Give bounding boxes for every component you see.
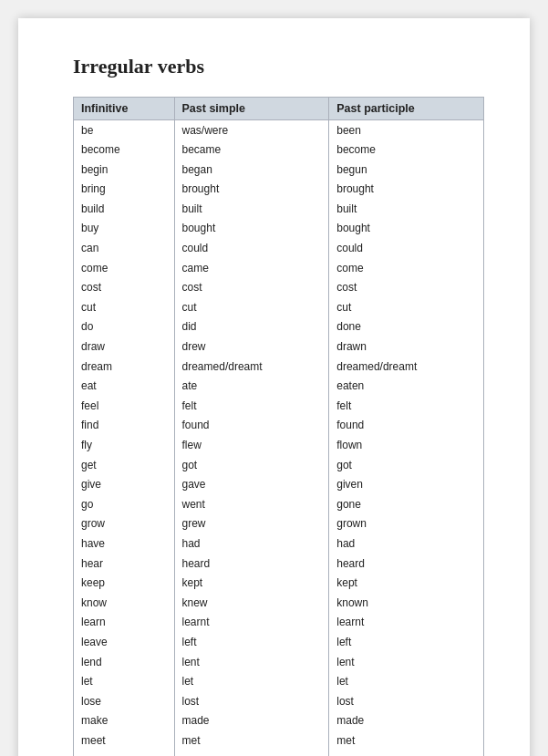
table-row: gowentgone [74,494,484,514]
table-cell: do [74,317,175,337]
table-cell: could [174,239,329,259]
table-cell: meet [74,730,175,751]
table-cell: be [74,120,175,140]
table-cell: fly [74,436,175,456]
table-cell: grew [174,514,329,534]
table-cell: kept [174,574,329,594]
table-cell: known [329,593,484,613]
table-row: comecamecome [74,258,484,278]
table-cell: got [329,455,484,475]
table-cell: can [74,239,175,259]
table-cell: buy [74,219,175,239]
table-cell: built [329,199,484,219]
table-cell: become [329,140,484,161]
col-header-past-participle: Past participle [329,98,484,120]
table-row: bringbroughtbrought [74,180,484,200]
page: Irregular verbs Infinitive Past simple P… [18,18,530,756]
table-cell: drawn [329,337,484,357]
table-cell: bring [74,180,175,200]
table-row: drawdrewdrawn [74,337,484,357]
table-cell: eaten [329,377,484,397]
table-cell: lend [74,652,175,672]
table-cell: make [74,711,175,731]
table-row: eatateeaten [74,377,484,397]
table-row: cancouldcould [74,239,484,259]
table-cell: feel [74,396,175,416]
table-cell: eat [74,377,175,397]
table-cell: become [74,140,175,161]
table-cell: ate [174,377,329,397]
table-cell: left [329,632,484,652]
table-row: findfoundfound [74,416,484,436]
table-cell: got [174,455,329,475]
table-row: buildbuiltbuilt [74,199,484,219]
table-cell: cut [329,297,484,317]
table-cell: came [174,258,329,278]
page-title: Irregular verbs [73,55,484,78]
table-row: lendlentlent [74,652,484,672]
table-cell: begin [74,160,175,180]
table-cell: pay [74,751,175,756]
table-row: becomebecamebecome [74,140,484,161]
table-cell: drew [174,337,329,357]
table-cell: left [174,632,329,652]
table-cell: find [74,416,175,436]
table-cell: been [329,120,484,140]
table-cell: know [74,593,175,613]
table-cell: heard [174,554,329,574]
table-cell: heard [329,554,484,574]
verb-table: Infinitive Past simple Past participle b… [73,97,484,756]
table-cell: found [329,416,484,436]
table-cell: could [329,239,484,259]
table-row: costcostcost [74,278,484,298]
table-cell: began [174,160,329,180]
table-cell: have [74,533,175,554]
table-row: beginbeganbegun [74,160,484,180]
table-cell: gone [329,494,484,514]
table-row: learnlearntlearnt [74,613,484,633]
table-cell: flew [174,436,329,456]
table-cell: kept [329,574,484,594]
table-cell: lent [174,652,329,672]
table-cell: cut [174,297,329,317]
table-row: buyboughtbought [74,219,484,239]
table-row: dreamdreamed/dreamtdreamed/dreamt [74,357,484,377]
table-cell: had [174,533,329,554]
table-cell: draw [74,337,175,357]
table-cell: come [74,258,175,278]
table-row: cutcutcut [74,297,484,317]
table-cell: became [174,140,329,161]
table-cell: made [174,711,329,731]
table-cell: made [329,711,484,731]
table-row: growgrewgrown [74,514,484,534]
table-row: flyflewflown [74,436,484,456]
table-cell: come [329,258,484,278]
table-cell: did [174,317,329,337]
table-cell: let [329,672,484,692]
table-cell: grow [74,514,175,534]
col-header-past-simple: Past simple [174,98,329,120]
table-cell: had [329,533,484,554]
table-cell: let [174,672,329,692]
table-cell: dream [74,357,175,377]
table-cell: built [174,199,329,219]
table-cell: dreamed/dreamt [174,357,329,377]
table-cell: went [174,494,329,514]
table-row: makemademade [74,711,484,731]
table-cell: paid [174,751,329,756]
table-cell: felt [329,396,484,416]
table-cell: brought [174,180,329,200]
table-cell: dreamed/dreamt [329,357,484,377]
table-cell: cost [329,278,484,298]
table-cell: flown [329,436,484,456]
table-cell: lose [74,691,175,711]
table-row: havehadhad [74,533,484,554]
table-row: knowknewknown [74,593,484,613]
table-cell: cost [74,278,175,298]
table-cell: paid [329,751,484,756]
table-row: hearheardheard [74,554,484,574]
table-cell: learn [74,613,175,633]
table-cell: get [74,455,175,475]
table-cell: brought [329,180,484,200]
table-cell: felt [174,396,329,416]
